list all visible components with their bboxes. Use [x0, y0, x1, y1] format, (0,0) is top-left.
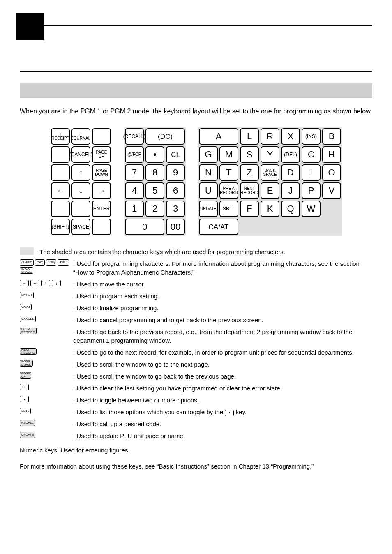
legend-badge: •: [225, 410, 234, 416]
key-arrow-up[interactable]: ↑: [71, 164, 90, 181]
key-7[interactable]: 7: [125, 164, 144, 181]
keyboard-layout: ↑ RECEIPT ↑ JOURNAL (CANCEL) PAGE UP ↑ P…: [20, 127, 372, 236]
key-dot[interactable]: •: [145, 146, 164, 163]
key-e[interactable]: E: [261, 182, 279, 199]
legend-badge: ↑: [41, 280, 50, 286]
key-a[interactable]: A: [199, 128, 238, 145]
key-empty: [51, 146, 70, 163]
key-i[interactable]: I: [302, 164, 321, 181]
key-w[interactable]: W: [302, 201, 321, 217]
legend-keycol: CANCEL: [20, 316, 73, 322]
legend-keycol: PREV. RECORD: [20, 328, 73, 334]
key-page-down[interactable]: PAGE DOWN: [92, 164, 111, 181]
legend-badge: UPDATE: [20, 432, 35, 438]
legend-row: →←↑↓: Used to move the cursor.: [20, 280, 372, 289]
key-s[interactable]: S: [240, 146, 259, 163]
key-next-record[interactable]: NEXT RECORD: [240, 182, 259, 199]
legend-desc: : Used to call up a desired code.: [73, 420, 372, 428]
legend-shaded-desc: : The shaded area contains the character…: [36, 247, 372, 256]
key-r[interactable]: R: [261, 128, 279, 145]
legend-desc: : Used to go to the next record, for exa…: [73, 348, 372, 357]
legend-keycol: →←↑↓: [20, 280, 73, 286]
key-4[interactable]: 4: [125, 182, 144, 199]
key-u[interactable]: U: [199, 182, 218, 199]
key-2[interactable]: 2: [145, 201, 164, 217]
key-v[interactable]: V: [322, 182, 341, 199]
key-m[interactable]: M: [219, 146, 238, 163]
key-0[interactable]: 0: [125, 219, 164, 235]
legend-badge: NEXT RECORD: [20, 348, 37, 355]
legend-badge: (SHIFT): [20, 259, 34, 266]
key-k[interactable]: K: [261, 201, 279, 217]
key-o[interactable]: O: [322, 164, 341, 181]
key-h[interactable]: H: [322, 146, 341, 163]
legend-badge: RECALL: [20, 420, 35, 426]
key-space[interactable]: (SPACE): [71, 219, 90, 235]
key-f[interactable]: F: [240, 201, 259, 217]
chapter-header: [20, 16, 372, 41]
key-prev-record[interactable]: PREV. RECORD: [219, 182, 238, 199]
numeric-keys-note: Numeric keys: Used for entering figures.: [20, 446, 372, 455]
key-cancel[interactable]: (CANCEL): [71, 146, 90, 163]
key-5[interactable]: 5: [145, 182, 164, 199]
key-cl[interactable]: CL: [166, 146, 185, 163]
key-6[interactable]: 6: [166, 182, 185, 199]
key-z[interactable]: Z: [240, 164, 259, 181]
key-n[interactable]: N: [199, 164, 218, 181]
shaded-swatch: [20, 247, 34, 255]
key-b[interactable]: B: [322, 128, 341, 145]
page: When you are in the PGM 1 or PGM 2 mode,…: [0, 0, 392, 501]
key-page-up[interactable]: PAGE UP: [92, 146, 111, 163]
key-sbtl[interactable]: SBTL: [219, 201, 238, 217]
key-d[interactable]: D: [281, 164, 300, 181]
key-dc[interactable]: (DC): [145, 128, 185, 145]
key-q[interactable]: Q: [281, 201, 300, 217]
legend: : The shaded area contains the character…: [20, 247, 372, 471]
legend-charprog: (SHIFT)(DC)(INS)(DEL)BACK SPACE : Used f…: [20, 259, 372, 277]
legend-row: SBTL: Used to list those options which y…: [20, 408, 372, 416]
key-y[interactable]: Y: [261, 146, 279, 163]
key-j[interactable]: J: [281, 182, 300, 199]
legend-badge: ↓: [52, 280, 61, 286]
legend-row: UPDATE: Used to update PLU unit price or…: [20, 432, 372, 440]
key-ca-at[interactable]: CA/AT: [199, 219, 238, 235]
key-g[interactable]: G: [199, 146, 218, 163]
key-update[interactable]: (UPDATE): [199, 201, 218, 217]
key-arrow-right[interactable]: →: [92, 182, 111, 199]
key-arrow-left[interactable]: ←: [51, 182, 70, 199]
legend-desc: : Used to list those options which you c…: [73, 408, 372, 416]
key-3[interactable]: 3: [166, 201, 185, 217]
key-empty: [71, 201, 90, 217]
key-at-for[interactable]: @/FOR: [125, 146, 144, 163]
subsection-rule: [20, 71, 372, 72]
key-1[interactable]: 1: [125, 201, 144, 217]
key-arrow-down[interactable]: ↓: [71, 182, 90, 199]
intro-text: When you are in the PGM 1 or PGM 2 mode,…: [20, 106, 372, 116]
legend-badge: ←: [30, 280, 39, 286]
key-shift[interactable]: (SHIFT): [51, 219, 70, 235]
key-t[interactable]: T: [219, 164, 238, 181]
key-enter[interactable]: (ENTER): [92, 201, 111, 217]
key-l[interactable]: L: [240, 128, 259, 145]
key-00[interactable]: 00: [166, 219, 185, 235]
section-band: [20, 83, 372, 98]
legend-keycol: •: [20, 396, 73, 402]
key-journal[interactable]: ↑ JOURNAL: [71, 128, 90, 145]
key-c[interactable]: C: [302, 146, 321, 163]
key-p[interactable]: P: [302, 182, 321, 199]
key-x[interactable]: X: [281, 128, 300, 145]
key-backspace[interactable]: BACK SPACE: [261, 164, 279, 181]
legend-desc: : Used to finalize programming.: [73, 304, 372, 312]
key-ins[interactable]: (INS): [302, 128, 321, 145]
key-empty: [51, 164, 70, 181]
legend-charprog-desc: : Used for programming characters. For m…: [73, 259, 372, 277]
key-receipt[interactable]: ↑ RECEIPT: [51, 128, 70, 145]
legend-badge: (DEL): [58, 259, 69, 266]
legend-badge: ENTER: [20, 292, 34, 298]
key-recall[interactable]: (RECALL): [125, 128, 144, 145]
legend-badge: CA/AT: [20, 304, 32, 310]
key-9[interactable]: 9: [166, 164, 185, 181]
key-8[interactable]: 8: [145, 164, 164, 181]
key-del[interactable]: (DEL): [281, 146, 300, 163]
legend-keycol: SBTL: [20, 408, 73, 414]
